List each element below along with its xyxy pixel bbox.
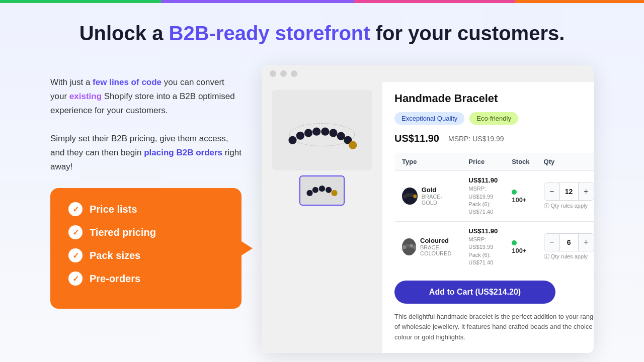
svg-point-18 — [414, 195, 417, 198]
checkmark-1 — [68, 202, 83, 216]
row2-name: Coloured — [420, 237, 454, 244]
row2-qty-minus[interactable]: − — [544, 234, 559, 251]
svg-point-12 — [319, 186, 325, 192]
row1-qty: − 12 + ⓘ Qty rules apply — [537, 171, 594, 222]
col-type: Type — [395, 153, 462, 171]
product-name: Handmade Bracelet — [394, 92, 594, 105]
svg-point-13 — [326, 187, 332, 193]
row2-qty-plus[interactable]: + — [579, 234, 594, 251]
info-icon-2: ⓘ — [544, 253, 549, 260]
p1-prefix: With just a — [50, 77, 93, 87]
row2-qty: − 6 + ⓘ Qty rules apply — [537, 221, 594, 272]
browser-dot-1 — [270, 70, 276, 77]
row1-qty-plus[interactable]: + — [579, 183, 594, 200]
svg-point-1 — [288, 136, 296, 144]
pricing-row: US$11.90 MSRP: US$19.99 — [394, 133, 594, 144]
feature-label-2: Tiered pricing — [90, 227, 156, 238]
product-thumb-1[interactable] — [299, 175, 345, 206]
row2-sku: BRACE-COLOURED — [420, 244, 454, 256]
left-text-panel: With just a few lines of code you can co… — [50, 65, 242, 309]
feature-item-2: Tiered pricing — [68, 225, 223, 239]
row2-qty-value: 6 — [559, 234, 579, 251]
product-price: US$11.90 — [394, 133, 439, 144]
row2-thumb — [402, 238, 416, 255]
svg-point-20 — [406, 244, 409, 247]
existing-link[interactable]: existing — [69, 92, 102, 101]
row1-type: Gold BRACE-GOLD — [395, 171, 462, 222]
row2-type: Coloured BRACE-COLOURED — [395, 221, 462, 272]
hero-title-suffix: for your customers. — [370, 22, 565, 44]
checkmark-4 — [68, 272, 83, 286]
svg-point-11 — [312, 187, 318, 193]
row2-price-main: US$11.90 — [468, 227, 498, 236]
svg-point-16 — [407, 193, 410, 197]
hero-title: Unlock a B2B-ready storefront for your c… — [30, 21, 614, 45]
row2-price: US$11.90 MSRP: US$19.99 Pack (6): US$71.… — [461, 221, 505, 272]
svg-point-21 — [410, 244, 413, 247]
feature-label-1: Price lists — [90, 204, 137, 215]
row1-stock: 100+ — [505, 171, 536, 222]
table-row: Gold BRACE-GOLD US$11.90 MSRP: US$19.99 — [395, 171, 594, 222]
row2-price-pack: Pack (6): US$71.40 — [468, 251, 498, 267]
badge-eco: Eco-friendly — [469, 112, 518, 125]
svg-point-22 — [413, 245, 416, 248]
hero-title-highlight: B2B-ready storefront — [169, 22, 370, 44]
row1-stock-dot — [512, 190, 517, 195]
svg-point-7 — [337, 132, 345, 140]
row2-stock-dot — [512, 240, 517, 245]
hero-section: Unlock a B2B-ready storefront for your c… — [0, 3, 644, 353]
feature-item-3: Pack sizes — [68, 248, 223, 262]
row1-price: US$11.90 MSRP: US$19.99 Pack (6): US$71.… — [461, 171, 505, 222]
row2-qty-note-text: Qty rules apply — [551, 253, 588, 259]
row1-qty-note-text: Qty rules apply — [551, 203, 588, 209]
hero-title-prefix: Unlock a — [79, 22, 169, 44]
paragraph-2: Simply set their B2B pricing, give them … — [50, 132, 242, 174]
checkmark-2 — [68, 225, 83, 239]
row2-price-msrp: MSRP: US$19.99 — [468, 236, 498, 251]
main-content: With just a few lines of code you can co… — [30, 65, 614, 353]
info-icon-1: ⓘ — [544, 202, 549, 210]
row2-stock: 100+ — [505, 221, 536, 272]
row1-type-info: Gold BRACE-GOLD — [422, 186, 455, 206]
svg-point-3 — [304, 129, 312, 137]
bracelet-svg — [277, 108, 367, 153]
svg-point-4 — [312, 128, 320, 136]
row1-price-pack: Pack (6): US$71.40 — [468, 201, 498, 216]
row1-qty-minus[interactable]: − — [544, 183, 559, 200]
row2-type-info: Coloured BRACE-COLOURED — [420, 237, 454, 256]
product-info-panel: Handmade Bracelet Exceptional Quality Ec… — [382, 82, 594, 353]
row1-qty-note: ⓘ Qty rules apply — [544, 202, 594, 210]
product-badges: Exceptional Quality Eco-friendly — [394, 112, 594, 125]
arrow-right-icon — [242, 241, 253, 255]
row2-qty-control: − 6 + — [544, 233, 594, 251]
product-layout: Handmade Bracelet Exceptional Quality Ec… — [262, 82, 594, 353]
row1-qty-value: 12 — [559, 183, 579, 200]
row1-name: Gold — [422, 186, 455, 194]
table-header-row: Type Price Stock Qty — [395, 153, 594, 171]
col-qty: Qty — [537, 153, 594, 171]
row1-price-main: US$11.90 — [468, 176, 498, 185]
browser-bar — [262, 65, 594, 82]
row1-price-msrp: MSRP: US$19.99 — [468, 185, 498, 201]
feature-label-3: Pack sizes — [90, 250, 140, 261]
placing-b2b-link[interactable]: placing B2B orders — [144, 148, 222, 157]
feature-label-4: Pre-orders — [90, 273, 140, 285]
few-lines-link[interactable]: few lines of code — [93, 77, 162, 87]
features-box: Price lists Tiered pricing Pack sizes Pr… — [50, 188, 242, 309]
svg-point-5 — [321, 128, 329, 136]
svg-point-9 — [349, 141, 357, 149]
svg-point-17 — [410, 193, 414, 197]
col-stock: Stock — [505, 153, 536, 171]
row1-sku: BRACE-GOLD — [422, 194, 455, 206]
svg-point-15 — [403, 195, 407, 198]
row1-qty-control: − 12 + — [544, 183, 594, 201]
product-main-image — [272, 90, 372, 170]
svg-point-6 — [329, 129, 337, 137]
product-image-column — [262, 82, 382, 353]
svg-point-14 — [331, 190, 337, 196]
add-to-cart-button[interactable]: Add to Cart (US$214.20) — [394, 281, 555, 304]
row1-thumb — [402, 188, 418, 205]
product-msrp: MSRP: US$19.99 — [448, 135, 504, 143]
browser-dot-2 — [280, 70, 287, 77]
browser-dot-3 — [291, 70, 297, 77]
